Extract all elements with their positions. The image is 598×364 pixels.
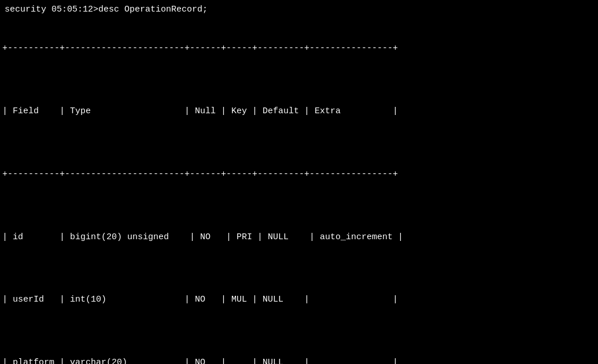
terminal-window: security 05:05:12>desc OperationRecord; …	[0, 0, 598, 364]
table-row: | platform | varchar(20) | NO | | NULL |…	[2, 356, 596, 364]
separator-top: +----------+-----------------------+----…	[2, 42, 596, 55]
table-row: | id | bigint(20) unsigned | NO | PRI | …	[2, 231, 596, 244]
table-container: +----------+-----------------------+----…	[0, 17, 598, 364]
table-header: | Field | Type | Null | Key | Default | …	[2, 105, 596, 118]
separator-mid: +----------+-----------------------+----…	[2, 168, 596, 181]
prompt-line: security 05:05:12>desc OperationRecord;	[0, 2, 598, 17]
table-row: | userId | int(10) | NO | MUL | NULL | |	[2, 294, 596, 306]
